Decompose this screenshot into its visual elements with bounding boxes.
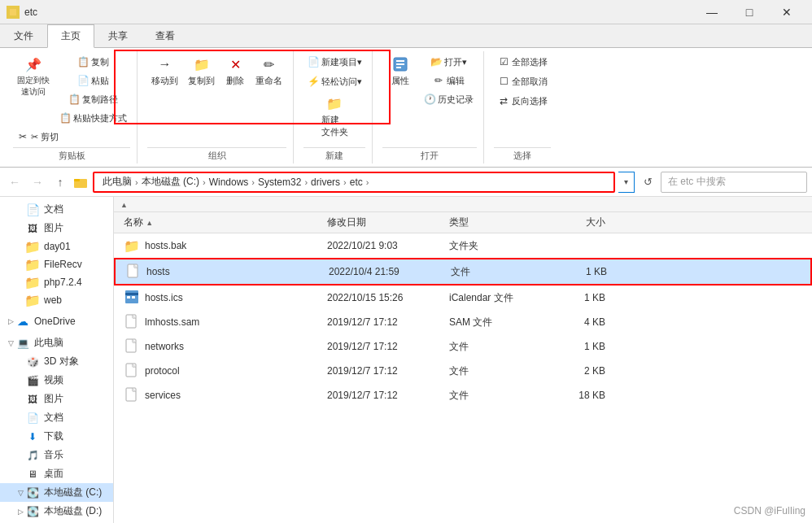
sidebar-item-onedrive[interactable]: ▷ ☁ OneDrive [0,312,113,330]
file-name-cell: protocol [120,361,324,381]
sidebar-item-music[interactable]: 🎵 音乐 [0,446,113,464]
copy-path-button[interactable]: 📋 复制路径 [55,90,130,108]
file-row-hosts.bak[interactable]: 📁 hosts.bak 2022/10/21 9:03 文件夹 [114,233,812,258]
file-row-networks[interactable]: networks 2019/12/7 17:12 文件 1 KB [114,334,812,359]
file-row-hosts.ics[interactable]: hosts.ics 2022/10/15 15:26 iCalendar 文件 … [114,285,812,310]
ribbon-tabs: 文件 主页 共享 查看 [0,24,812,47]
title-bar: etc — □ ✕ [0,0,812,24]
new-item-button[interactable]: 📄 新建项目▾ [303,53,365,71]
edit-button[interactable]: ✏ 编辑 [420,72,477,89]
new-folder-button[interactable]: 📁 新建文件夹 [317,92,352,141]
select-all-button[interactable]: ☑ 全部选择 [494,53,551,71]
history-label: 历史记录 [438,94,474,106]
move-to-label: 移动到 [151,75,178,87]
move-to-icon: → [156,55,174,73]
select-none-button[interactable]: ☐ 全部取消 [494,72,551,90]
sidebar-item-3dobjects[interactable]: 🎲 3D 对象 [0,352,113,371]
tab-share[interactable]: 共享 [94,24,142,47]
sidebar-item-label: FileRecv [44,259,82,270]
select-all-label: 全部选择 [512,56,548,68]
breadcrumb-c[interactable]: 本地磁盘 (C:) [140,175,201,189]
history-button[interactable]: 🕐 历史记录 [420,90,477,108]
col-size[interactable]: 大小 [544,214,609,231]
file-row-icon [124,363,140,379]
tab-view[interactable]: 查看 [142,24,189,47]
sidebar-item-label: 本地磁盘 (C:) [44,486,102,499]
copy-icon: 📋 [76,55,89,68]
open-icon: 📂 [430,55,443,68]
file-name: protocol [145,365,180,377]
breadcrumb-pc[interactable]: 此电脑 [101,175,133,189]
properties-button[interactable]: 属性 [382,53,418,89]
location-icon [73,175,88,190]
easy-access-button[interactable]: ⚡ 轻松访问▾ [303,72,365,90]
sidebar-item-pictures-quick[interactable]: 🖼 图片 [0,219,113,238]
sidebar-item-documents-quick[interactable]: 📄 文档 [0,200,113,219]
paste-button[interactable]: 📄 粘贴 [55,72,130,89]
cut-button[interactable]: ✂ ✂ 剪切 [13,128,62,146]
thispc-icon: 💻 [16,337,29,350]
invert-select-label: 反向选择 [512,95,548,107]
sidebar-item-label: php7.2.4 [44,277,82,288]
sidebar-item-documents[interactable]: 📄 文档 [0,408,113,427]
file-name: hosts [146,266,170,277]
sidebar-item-day01[interactable]: 📁 day01 [0,238,113,255]
file-row-lmhosts.sam[interactable]: lmhosts.sam 2019/12/7 17:12 SAM 文件 4 KB [114,310,812,334]
maximize-button[interactable]: □ [731,0,768,24]
breadcrumb-system32[interactable]: System32 [256,177,303,188]
delete-icon: ✕ [226,55,244,73]
sidebar-item-filerecv[interactable]: 📁 FileRecv [0,255,113,273]
select-none-icon: ☐ [497,75,510,88]
sidebar-item-thispc[interactable]: ▽ 💻 此电脑 [0,333,113,352]
breadcrumb-etc[interactable]: etc [348,177,365,188]
tab-file[interactable]: 文件 [0,24,47,47]
sidebar-item-downloads[interactable]: ⬇ 下载 [0,427,113,446]
expand-icon [16,224,24,233]
sidebar-item-web[interactable]: 📁 web [0,291,113,309]
expand-icon [16,206,24,214]
tab-home[interactable]: 主页 [47,24,94,48]
open-button[interactable]: 📂 打开▾ [420,53,477,71]
sidebar-item-pictures[interactable]: 🖼 图片 [0,390,113,408]
close-button[interactable]: ✕ [768,0,805,24]
address-bar[interactable]: 此电脑 › 本地磁盘 (C:) › Windows › System32 › d… [93,172,615,193]
sidebar-item-videos[interactable]: 🎬 视频 [0,371,113,390]
file-row-services[interactable]: services 2019/12/7 17:12 文件 18 KB [114,383,812,408]
breadcrumb-drivers[interactable]: drivers [309,177,342,188]
sidebar-item-label: 下载 [44,429,63,443]
col-name[interactable]: 名称 ▲ [120,214,324,231]
sidebar-item-desktop[interactable]: 🖥 桌面 [0,464,113,483]
sidebar-item-label: 桌面 [44,467,63,481]
invert-select-button[interactable]: ⇄ 反向选择 [494,92,551,110]
easy-access-icon: ⚡ [307,75,320,88]
minimize-button[interactable]: — [693,0,731,24]
expand-icon [16,358,24,366]
pin-quick-access-button[interactable]: 📌 固定到快速访问 [13,53,54,100]
back-button[interactable]: ← [5,172,24,192]
file-row-protocol[interactable]: protocol 2019/12/7 17:12 文件 2 KB [114,359,812,383]
move-to-button[interactable]: → 移动到 [147,53,182,89]
file-row-icon [124,314,140,330]
refresh-button[interactable]: ↺ [638,172,657,192]
edit-icon: ✏ [432,74,445,87]
file-row-hosts[interactable]: hosts 2022/10/4 21:59 文件 1 KB [114,258,812,285]
sidebar-item-drive-c[interactable]: ▽ 💽 本地磁盘 (C:) [0,483,113,502]
copy-to-button[interactable]: 📁 复制到 [184,53,219,89]
rename-button[interactable]: ✏ 重命名 [251,53,286,89]
sidebar-item-drive-d[interactable]: ▷ 💽 本地磁盘 (D:) [0,502,113,521]
col-date[interactable]: 修改日期 [324,214,446,231]
delete-button[interactable]: ✕ 删除 [220,53,250,89]
paste-shortcut-button[interactable]: 📋 粘贴快捷方式 [55,109,130,127]
file-row-icon [124,387,140,403]
copy-button[interactable]: 📋 复制 [55,53,130,71]
search-box[interactable]: 在 etc 中搜索 [661,172,807,193]
file-date-cell: 2019/12/7 17:12 [324,339,446,354]
sidebar-item-label: 音乐 [44,448,63,462]
breadcrumb-windows[interactable]: Windows [207,177,251,188]
up-button[interactable]: ↑ [50,172,70,192]
sep4: › [304,177,308,187]
address-dropdown-button[interactable]: ▾ [618,172,635,193]
col-type[interactable]: 类型 [446,214,544,231]
forward-button[interactable]: → [28,172,47,192]
sidebar-item-php724[interactable]: 📁 php7.2.4 [0,273,113,291]
